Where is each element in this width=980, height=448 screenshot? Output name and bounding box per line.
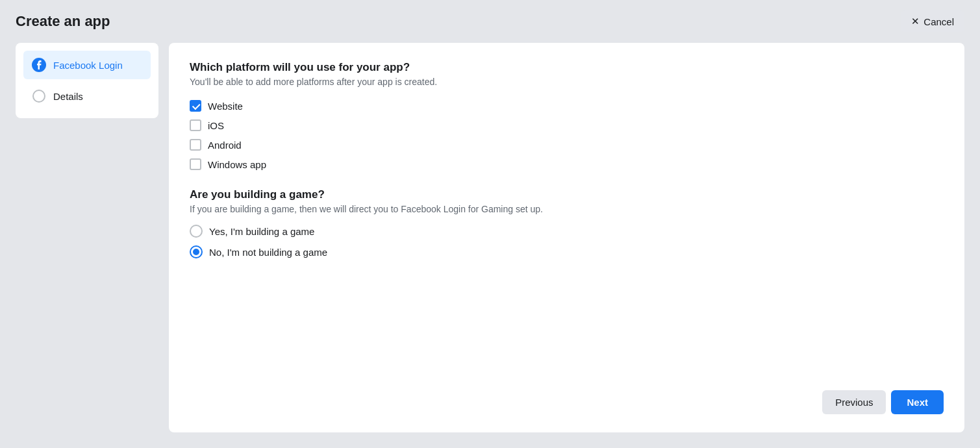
game-label-no: No, I'm not building a game — [209, 247, 327, 258]
game-option-yes[interactable]: Yes, I'm building a game — [190, 225, 944, 238]
platform-option-windows[interactable]: Windows app — [190, 158, 944, 170]
platform-section-subtitle: You'll be able to add more platforms aft… — [190, 77, 944, 87]
game-section: Are you building a game? If you are buil… — [190, 188, 944, 258]
game-section-title: Are you building a game? — [190, 188, 944, 201]
platform-section-title: Which platform will you use for your app… — [190, 61, 944, 74]
platform-option-ios[interactable]: iOS — [190, 119, 944, 131]
platform-option-website[interactable]: Website — [190, 100, 944, 112]
platform-label-windows: Windows app — [208, 159, 266, 170]
sidebar-item-facebook-login[interactable]: Facebook Login — [23, 51, 151, 79]
game-label-yes: Yes, I'm building a game — [209, 226, 314, 237]
cancel-label: Cancel — [923, 16, 954, 27]
next-button[interactable]: Next — [891, 390, 944, 414]
game-radio-group: Yes, I'm building a game No, I'm not bui… — [190, 225, 944, 258]
platform-label-website: Website — [208, 101, 243, 112]
cancel-button[interactable]: ✕ Cancel — [901, 10, 964, 32]
platform-label-ios: iOS — [208, 120, 224, 131]
previous-button[interactable]: Previous — [822, 390, 886, 414]
top-bar: Create an app ✕ Cancel — [0, 0, 980, 43]
game-section-subtitle: If you are building a game, then we will… — [190, 204, 944, 214]
spacer — [190, 258, 944, 375]
sidebar-item-label-facebook-login: Facebook Login — [53, 60, 123, 71]
radio-yes-game[interactable] — [190, 225, 203, 238]
platform-section: Which platform will you use for your app… — [190, 61, 944, 188]
sidebar-item-details[interactable]: Details — [23, 82, 151, 110]
platform-label-android: Android — [208, 140, 242, 151]
checkbox-android[interactable] — [190, 139, 201, 151]
platform-checkbox-group: Website iOS Android Windows app — [190, 100, 944, 170]
sidebar-item-label-details: Details — [53, 91, 83, 102]
sidebar: Facebook Login Details — [16, 43, 158, 118]
content-panel: Which platform will you use for your app… — [169, 43, 964, 432]
checkbox-windows[interactable] — [190, 158, 201, 170]
button-row: Previous Next — [190, 390, 944, 414]
game-option-no[interactable]: No, I'm not building a game — [190, 245, 944, 258]
radio-no-game[interactable] — [190, 245, 203, 258]
x-icon: ✕ — [911, 16, 920, 27]
checkbox-ios[interactable] — [190, 119, 201, 131]
main-content: Facebook Login Details Which platform wi… — [0, 43, 980, 448]
checkbox-website[interactable] — [190, 100, 201, 112]
page-title: Create an app — [16, 13, 110, 30]
platform-option-android[interactable]: Android — [190, 139, 944, 151]
details-radio-icon — [31, 88, 47, 104]
facebook-login-icon — [31, 57, 47, 73]
